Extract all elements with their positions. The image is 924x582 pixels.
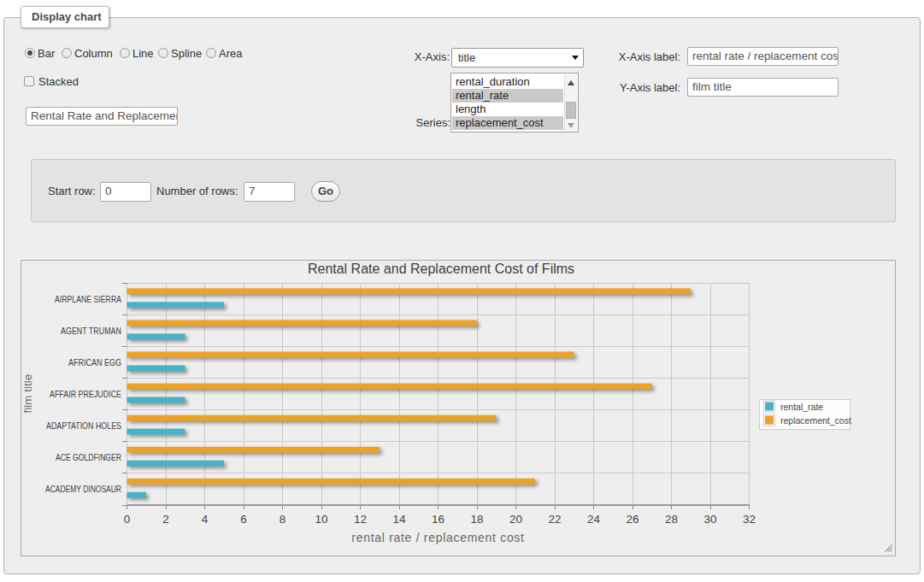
svg-text:20: 20 — [509, 513, 522, 526]
svg-text:ACADEMY DINOSAUR: ACADEMY DINOSAUR — [45, 485, 121, 494]
svg-text:0: 0 — [124, 513, 131, 526]
svg-text:16: 16 — [432, 513, 444, 526]
svg-text:rental_rate: rental_rate — [780, 402, 823, 412]
svg-text:ACE GOLDFINGER: ACE GOLDFINGER — [56, 453, 121, 462]
svg-text:ADAPTATION HOLES: ADAPTATION HOLES — [46, 421, 121, 431]
svg-text:2: 2 — [162, 513, 169, 526]
svg-text:32: 32 — [743, 513, 756, 526]
svg-text:4: 4 — [202, 513, 209, 526]
svg-text:18: 18 — [470, 513, 483, 526]
svg-text:26: 26 — [626, 513, 639, 526]
svg-text:Rental Rate and Replacement Co: Rental Rate and Replacement Cost of Film… — [308, 262, 574, 276]
svg-text:22: 22 — [548, 513, 561, 526]
svg-text:rental rate / replacement cost: rental rate / replacement cost — [351, 531, 524, 544]
svg-text:AFFAIR PREJUDICE: AFFAIR PREJUDICE — [50, 390, 121, 399]
svg-text:AIRPLANE SIERRA: AIRPLANE SIERRA — [55, 295, 121, 304]
svg-text:8: 8 — [280, 513, 286, 526]
svg-text:10: 10 — [315, 513, 327, 526]
svg-text:14: 14 — [392, 513, 406, 526]
svg-text:24: 24 — [587, 513, 601, 526]
svg-text:AGENT TRUMAN: AGENT TRUMAN — [61, 326, 121, 336]
svg-text:6: 6 — [240, 513, 247, 526]
svg-text:30: 30 — [703, 513, 716, 526]
svg-text:film title: film title — [21, 374, 34, 414]
svg-text:12: 12 — [354, 513, 367, 526]
svg-text:AFRICAN EGG: AFRICAN EGG — [68, 358, 121, 367]
svg-text:28: 28 — [665, 513, 678, 526]
svg-text:replacement_cost: replacement_cost — [780, 415, 851, 426]
